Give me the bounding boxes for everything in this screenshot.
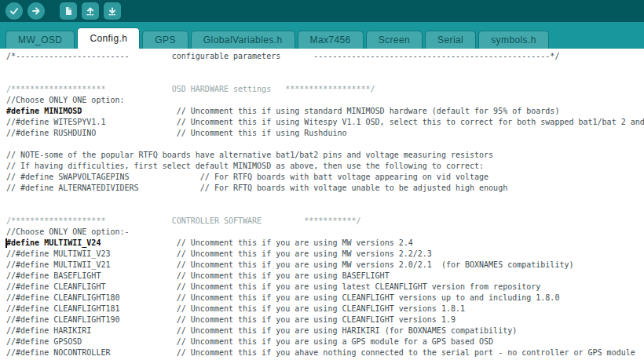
open-button[interactable]: [82, 2, 99, 20]
code-editor[interactable]: /*------------------------ configurable …: [0, 49, 644, 360]
code-line: #define MULTIWII_V24 // Uncomment this i…: [6, 238, 644, 249]
code-line: //#define CLEANFLIGHT180 // Uncomment th…: [6, 293, 644, 304]
code-line: /******************** CONTROLLER SOFTWAR…: [6, 216, 644, 227]
code-line: //#define CLEANFLIGHT // Uncomment this …: [6, 282, 644, 293]
code-line: /*------------------------ configurable …: [6, 51, 644, 62]
tab-globalvariables-h[interactable]: GlobalVariables.h: [191, 31, 295, 49]
tab-mw-osd[interactable]: MW_OSD: [5, 31, 75, 49]
code-line: [6, 139, 644, 150]
code-line: //#define BASEFLIGHT // Uncomment this i…: [6, 271, 644, 282]
tab-symbols-h[interactable]: symbols.h: [478, 31, 549, 49]
code-line: //#define WITESPYV1.1 // Uncomment this …: [6, 117, 644, 128]
toolbar: [0, 0, 644, 22]
text-caret: [5, 238, 7, 248]
code-line: //#define HARIKIRI // Uncomment this if …: [6, 325, 644, 336]
save-button[interactable]: [104, 2, 121, 20]
tab-config-h[interactable]: Config.h: [77, 27, 140, 49]
code-line: [6, 73, 644, 84]
code-line: // #define SWAPVOLTAGEPINS // For RTFQ b…: [6, 172, 644, 183]
check-icon: [9, 5, 20, 16]
upload-button[interactable]: [27, 2, 45, 20]
code-line: [6, 205, 644, 216]
tab-screen[interactable]: Screen: [366, 31, 423, 49]
code-line: //#define RUSHDUINO // Uncomment this if…: [6, 128, 644, 139]
code-line: //#define GPSOSD // Uncomment this if yo…: [6, 336, 644, 347]
code-line: //Choose ONLY ONE option:: [6, 95, 644, 106]
arrow-down-tray-icon: [107, 5, 118, 16]
code-line: //#define MULTIWII_V23 // Uncomment this…: [6, 249, 644, 260]
document-icon: [63, 5, 74, 16]
code-line: //Choose ONLY ONE option:-: [6, 227, 644, 238]
code-line: #define MINIMOSD // Uncomment this if us…: [6, 106, 644, 117]
code-line: // NOTE-some of the popular RTFQ boards …: [6, 150, 644, 161]
code-line: //#define CLEANFLIGHT190 // Uncomment th…: [6, 315, 644, 325]
tab-max7456[interactable]: Max7456: [298, 31, 364, 49]
code-line: //#define MULTIWII_V21 // Uncomment this…: [6, 260, 644, 271]
verify-button[interactable]: [5, 2, 23, 20]
tab-serial[interactable]: Serial: [425, 31, 476, 49]
new-sketch-button[interactable]: [60, 2, 77, 20]
code-line: [6, 194, 644, 205]
code-line: [6, 62, 644, 73]
code-line: //#define CLEANFLIGHT181 // Uncomment th…: [6, 304, 644, 315]
tab-bar: MW_OSDConfig.hGPSGlobalVariables.hMax745…: [0, 22, 644, 49]
arduino-ide-window: MW_OSDConfig.hGPSGlobalVariables.hMax745…: [0, 0, 644, 360]
arrow-right-icon: [31, 5, 42, 16]
code-line: /******************** OSD HARDWARE setti…: [6, 84, 644, 95]
tab-gps[interactable]: GPS: [142, 31, 188, 49]
arrow-up-tray-icon: [85, 5, 96, 16]
code-line: //#define NOCONTROLLER // Uncomment this…: [6, 347, 644, 358]
code-area: /*------------------------ configurable …: [0, 49, 644, 358]
code-line: // #define ALTERNATEDIVIDERS // For RFTQ…: [6, 183, 644, 194]
code-line: // If having difficulties, first select …: [6, 161, 644, 172]
